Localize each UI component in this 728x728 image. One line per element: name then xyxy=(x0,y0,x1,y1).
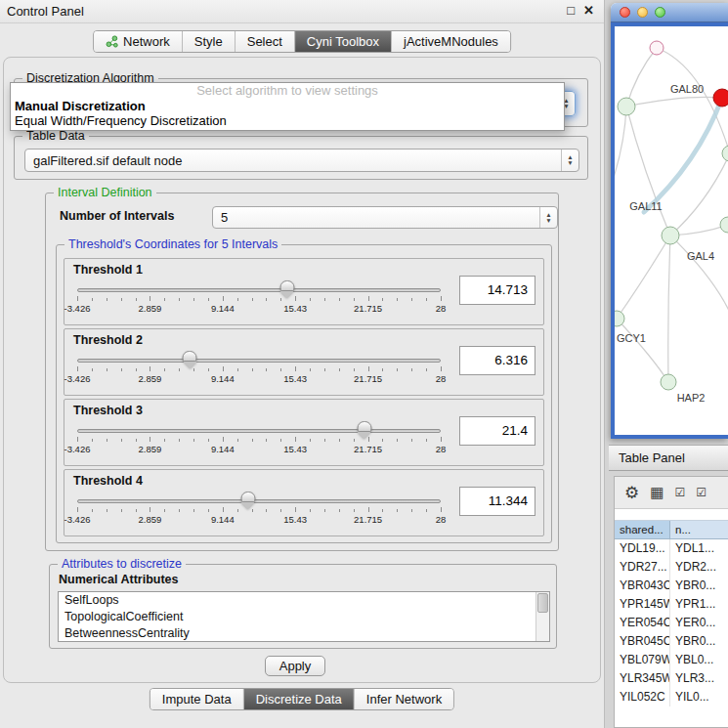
table-cell[interactable]: YER054C xyxy=(615,614,670,632)
tab-discretize-data[interactable]: Discretize Data xyxy=(244,689,355,709)
slider-thumb[interactable] xyxy=(279,280,294,291)
network-graph[interactable]: GAL80GAL11GAL4GCY1HAP2 xyxy=(615,26,728,439)
table-cell[interactable]: YBR0... xyxy=(670,632,728,651)
network-node[interactable] xyxy=(618,98,635,115)
slider-track[interactable] xyxy=(77,429,441,433)
network-node[interactable] xyxy=(722,146,728,161)
table-data-group: Table Data galFiltered.sif default node … xyxy=(14,136,588,180)
close-button[interactable] xyxy=(620,7,630,18)
tick-mark xyxy=(223,507,224,512)
threshold-value[interactable]: 11.344 xyxy=(459,487,535,516)
slider-thumb[interactable] xyxy=(183,351,197,362)
threshold-value[interactable]: 21.4 xyxy=(459,416,535,446)
network-edge[interactable] xyxy=(644,98,722,212)
network-node[interactable] xyxy=(661,374,676,390)
network-edge[interactable] xyxy=(626,107,670,236)
table-row[interactable]: YPR145WYPR1... xyxy=(615,595,728,614)
network-edge[interactable] xyxy=(617,319,668,382)
table-cell[interactable]: YBL079W xyxy=(615,651,670,669)
network-edge[interactable] xyxy=(615,107,626,202)
threshold-value[interactable]: 14.713 xyxy=(459,276,535,305)
table-row[interactable]: YER054CYER0... xyxy=(615,614,728,632)
network-node[interactable] xyxy=(720,217,728,233)
slider-track[interactable] xyxy=(77,499,441,503)
column-header-shared-name[interactable]: shared... xyxy=(615,521,670,538)
network-window-titlebar[interactable] xyxy=(611,3,728,22)
network-edge[interactable] xyxy=(670,153,728,236)
threshold-slider[interactable]: -3.4262.8599.14415.4321.71528 xyxy=(77,280,441,323)
zoom-button[interactable] xyxy=(655,7,665,18)
tab-cyni-toolbox[interactable]: Cyni Toolbox xyxy=(295,31,392,52)
minimize-button[interactable] xyxy=(637,7,648,18)
slider-track[interactable] xyxy=(77,288,441,292)
table-row[interactable]: YLR345WYLR3... xyxy=(615,669,728,688)
tab-infer-network[interactable]: Infer Network xyxy=(355,689,453,709)
table-row[interactable]: YIL052CYIL0... xyxy=(615,688,728,707)
threshold-slider[interactable]: -3.4262.8599.14415.4321.71528 xyxy=(77,351,441,394)
table-data-combobox[interactable]: galFiltered.sif default node ▲ ▼ xyxy=(24,149,579,172)
columns-icon[interactable]: ▦ xyxy=(650,484,664,501)
network-node[interactable] xyxy=(650,41,664,55)
table-cell[interactable]: YLR345W xyxy=(615,669,670,688)
network-node[interactable] xyxy=(713,89,728,107)
float-panel-icon[interactable]: □ xyxy=(567,3,575,18)
attribute-list-item[interactable]: TopologicalCoefficient xyxy=(59,609,549,625)
network-edge[interactable] xyxy=(617,236,670,319)
threshold-value[interactable]: 6.316 xyxy=(459,346,535,375)
table-row[interactable]: YDR27...YDR2... xyxy=(615,558,728,577)
column-header-name[interactable]: n... xyxy=(670,521,728,538)
table-cell[interactable]: YER0... xyxy=(670,614,728,632)
table-cell[interactable]: YDR2... xyxy=(670,558,728,577)
slider-thumb[interactable] xyxy=(240,492,255,502)
gear-icon[interactable]: ⚙ xyxy=(624,483,639,503)
popup-option-manual-discretization[interactable]: Manual Discretization xyxy=(11,99,564,113)
table-cell[interactable]: YIL052C xyxy=(615,688,670,707)
table-panel-header: Table Panel xyxy=(609,445,728,471)
table-row[interactable]: YBR045CYBR0... xyxy=(615,632,728,651)
table-cell[interactable]: YBR045C xyxy=(615,632,670,651)
tick-mark xyxy=(208,439,209,442)
tab-jactivemnodules[interactable]: jActiveMNodules xyxy=(392,31,510,52)
table-cell[interactable]: YBR043C xyxy=(615,577,670,595)
close-panel-icon[interactable]: ✕ xyxy=(583,3,594,18)
stepper-down-icon: ▼ xyxy=(567,160,573,166)
table-cell[interactable]: YBR0... xyxy=(670,577,728,595)
threshold-slider[interactable]: -3.4262.8599.14415.4321.71528 xyxy=(77,492,441,535)
table-row[interactable]: YBR043CYBR0... xyxy=(615,577,728,595)
list-scrollbar[interactable] xyxy=(535,592,549,641)
table-row[interactable]: YDL19...YDL1... xyxy=(615,539,728,558)
network-canvas[interactable]: GAL80GAL11GAL4GCY1HAP2 xyxy=(611,22,728,439)
table-cell[interactable]: YBL0... xyxy=(670,651,728,669)
popup-option-equal-width-frequency[interactable]: Equal Width/Frequency Discretization xyxy=(11,113,564,128)
number-of-intervals-combobox[interactable]: 5 ▲ ▼ xyxy=(212,206,558,229)
table-row[interactable]: YBL079WYBL0... xyxy=(615,651,728,669)
threshold-label: Threshold 1 xyxy=(73,263,143,277)
network-node[interactable] xyxy=(615,311,624,326)
table-cell[interactable]: YDL19... xyxy=(615,539,670,558)
slider-thumb[interactable] xyxy=(357,421,371,432)
tab-style[interactable]: Style xyxy=(183,31,236,52)
network-edge[interactable] xyxy=(626,48,657,107)
attribute-list-item[interactable]: SelfLoops xyxy=(59,592,549,609)
table-cell[interactable]: YDR27... xyxy=(615,558,670,577)
apply-button[interactable]: Apply xyxy=(265,656,325,676)
tab-select[interactable]: Select xyxy=(236,31,295,52)
combo-stepper-icon[interactable]: ▲ ▼ xyxy=(561,150,578,171)
select-all-checkbox-icon[interactable]: ☑ xyxy=(674,486,685,499)
slider-track[interactable] xyxy=(77,359,441,363)
tab-network[interactable]: Network xyxy=(94,31,183,52)
combo-stepper-icon[interactable]: ▲ ▼ xyxy=(539,207,557,228)
table-cell[interactable]: YPR145W xyxy=(615,595,670,614)
scrollbar-thumb[interactable] xyxy=(537,593,548,613)
table-cell[interactable]: YLR3... xyxy=(670,669,728,688)
select-none-checkbox-icon[interactable]: ☑ xyxy=(696,486,707,499)
network-edge[interactable] xyxy=(668,236,670,382)
attribute-list-item[interactable]: BetweennessCentrality xyxy=(59,625,549,642)
tab-impute-data[interactable]: Impute Data xyxy=(150,689,244,709)
threshold-slider[interactable]: -3.4262.8599.14415.4321.71528 xyxy=(77,421,441,464)
table-cell[interactable]: YIL0... xyxy=(670,688,728,707)
numerical-attributes-list[interactable]: SelfLoopsTopologicalCoefficientBetweenne… xyxy=(58,591,550,642)
network-node[interactable] xyxy=(662,227,679,244)
table-cell[interactable]: YPR1... xyxy=(670,595,728,614)
table-cell[interactable]: YDL1... xyxy=(670,539,728,558)
